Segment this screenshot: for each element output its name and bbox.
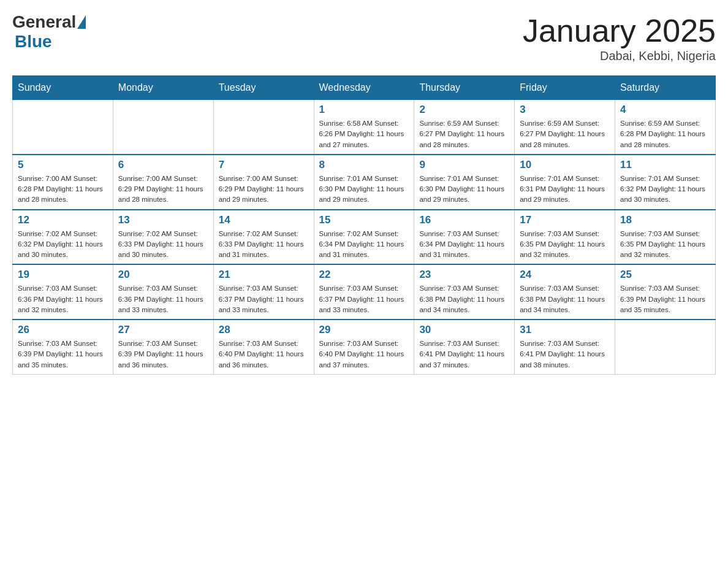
calendar-cell: 12Sunrise: 7:02 AM Sunset: 6:32 PM Dayli… bbox=[13, 210, 113, 265]
day-info: Sunrise: 7:01 AM Sunset: 6:30 PM Dayligh… bbox=[419, 174, 509, 205]
logo-triangle-icon bbox=[77, 15, 86, 29]
day-number: 22 bbox=[319, 269, 409, 281]
calendar-cell: 31Sunrise: 7:03 AM Sunset: 6:41 PM Dayli… bbox=[515, 320, 615, 374]
calendar-cell: 30Sunrise: 7:03 AM Sunset: 6:41 PM Dayli… bbox=[414, 320, 515, 374]
calendar-cell bbox=[113, 100, 213, 155]
calendar-cell: 5Sunrise: 7:00 AM Sunset: 6:28 PM Daylig… bbox=[13, 155, 113, 210]
calendar-cell: 16Sunrise: 7:03 AM Sunset: 6:34 PM Dayli… bbox=[414, 210, 515, 265]
day-number: 31 bbox=[520, 324, 610, 336]
day-number: 13 bbox=[118, 214, 208, 226]
calendar-day-header: Sunday bbox=[13, 76, 113, 100]
day-info: Sunrise: 7:03 AM Sunset: 6:40 PM Dayligh… bbox=[319, 339, 409, 370]
calendar-cell: 19Sunrise: 7:03 AM Sunset: 6:36 PM Dayli… bbox=[13, 264, 113, 320]
day-number: 4 bbox=[620, 104, 710, 116]
day-number: 28 bbox=[219, 324, 309, 336]
day-number: 25 bbox=[620, 269, 710, 281]
month-title: January 2025 bbox=[523, 12, 716, 49]
calendar-cell: 18Sunrise: 7:03 AM Sunset: 6:35 PM Dayli… bbox=[615, 210, 716, 265]
calendar-cell: 11Sunrise: 7:01 AM Sunset: 6:32 PM Dayli… bbox=[615, 155, 716, 210]
logo-blue-text: Blue bbox=[15, 32, 52, 51]
day-number: 21 bbox=[219, 269, 309, 281]
calendar-week-row: 19Sunrise: 7:03 AM Sunset: 6:36 PM Dayli… bbox=[13, 264, 716, 320]
day-info: Sunrise: 6:59 AM Sunset: 6:28 PM Dayligh… bbox=[620, 118, 710, 150]
calendar-header-row: SundayMondayTuesdayWednesdayThursdayFrid… bbox=[13, 76, 716, 100]
calendar-cell bbox=[13, 100, 113, 155]
calendar-day-header: Thursday bbox=[414, 76, 515, 100]
day-number: 5 bbox=[18, 159, 108, 171]
day-number: 16 bbox=[419, 214, 509, 226]
calendar-cell: 26Sunrise: 7:03 AM Sunset: 6:39 PM Dayli… bbox=[13, 320, 113, 374]
day-number: 2 bbox=[419, 104, 509, 116]
day-info: Sunrise: 7:03 AM Sunset: 6:38 PM Dayligh… bbox=[419, 283, 509, 315]
calendar-cell bbox=[213, 100, 314, 155]
day-number: 30 bbox=[419, 324, 509, 336]
calendar-cell bbox=[615, 320, 716, 374]
day-info: Sunrise: 7:03 AM Sunset: 6:40 PM Dayligh… bbox=[219, 339, 309, 370]
day-info: Sunrise: 7:03 AM Sunset: 6:39 PM Dayligh… bbox=[18, 339, 108, 370]
day-number: 18 bbox=[620, 214, 710, 226]
calendar-cell: 14Sunrise: 7:02 AM Sunset: 6:33 PM Dayli… bbox=[213, 210, 314, 265]
day-number: 29 bbox=[319, 324, 409, 336]
day-number: 8 bbox=[319, 159, 409, 171]
calendar-cell: 27Sunrise: 7:03 AM Sunset: 6:39 PM Dayli… bbox=[113, 320, 213, 374]
page-header: General Blue January 2025 Dabai, Kebbi, … bbox=[12, 12, 716, 63]
calendar-cell: 13Sunrise: 7:02 AM Sunset: 6:33 PM Dayli… bbox=[113, 210, 213, 265]
calendar-cell: 21Sunrise: 7:03 AM Sunset: 6:37 PM Dayli… bbox=[213, 264, 314, 320]
day-number: 9 bbox=[419, 159, 509, 171]
day-info: Sunrise: 7:02 AM Sunset: 6:34 PM Dayligh… bbox=[319, 229, 409, 261]
calendar-cell: 24Sunrise: 7:03 AM Sunset: 6:38 PM Dayli… bbox=[515, 264, 615, 320]
calendar-week-row: 1Sunrise: 6:58 AM Sunset: 6:26 PM Daylig… bbox=[13, 100, 716, 155]
location-text: Dabai, Kebbi, Nigeria bbox=[523, 49, 716, 63]
day-number: 23 bbox=[419, 269, 509, 281]
day-number: 10 bbox=[520, 159, 610, 171]
day-number: 12 bbox=[18, 214, 108, 226]
calendar-week-row: 26Sunrise: 7:03 AM Sunset: 6:39 PM Dayli… bbox=[13, 320, 716, 374]
calendar-cell: 10Sunrise: 7:01 AM Sunset: 6:31 PM Dayli… bbox=[515, 155, 615, 210]
calendar-cell: 15Sunrise: 7:02 AM Sunset: 6:34 PM Dayli… bbox=[314, 210, 414, 265]
day-number: 27 bbox=[118, 324, 208, 336]
day-info: Sunrise: 7:01 AM Sunset: 6:31 PM Dayligh… bbox=[520, 174, 610, 205]
calendar-day-header: Tuesday bbox=[213, 76, 314, 100]
day-info: Sunrise: 7:00 AM Sunset: 6:29 PM Dayligh… bbox=[118, 174, 208, 205]
day-info: Sunrise: 7:02 AM Sunset: 6:33 PM Dayligh… bbox=[118, 229, 208, 261]
day-info: Sunrise: 7:00 AM Sunset: 6:28 PM Dayligh… bbox=[18, 174, 108, 205]
day-info: Sunrise: 7:00 AM Sunset: 6:29 PM Dayligh… bbox=[219, 174, 309, 205]
day-info: Sunrise: 7:03 AM Sunset: 6:36 PM Dayligh… bbox=[18, 283, 108, 315]
calendar-cell: 22Sunrise: 7:03 AM Sunset: 6:37 PM Dayli… bbox=[314, 264, 414, 320]
calendar-week-row: 12Sunrise: 7:02 AM Sunset: 6:32 PM Dayli… bbox=[13, 210, 716, 265]
logo-general-text: General bbox=[12, 12, 76, 32]
day-info: Sunrise: 7:03 AM Sunset: 6:35 PM Dayligh… bbox=[620, 229, 710, 261]
day-number: 24 bbox=[520, 269, 610, 281]
calendar-cell: 17Sunrise: 7:03 AM Sunset: 6:35 PM Dayli… bbox=[515, 210, 615, 265]
calendar-cell: 28Sunrise: 7:03 AM Sunset: 6:40 PM Dayli… bbox=[213, 320, 314, 374]
day-info: Sunrise: 7:03 AM Sunset: 6:38 PM Dayligh… bbox=[520, 283, 610, 315]
calendar-cell: 3Sunrise: 6:59 AM Sunset: 6:27 PM Daylig… bbox=[515, 100, 615, 155]
day-info: Sunrise: 6:59 AM Sunset: 6:27 PM Dayligh… bbox=[520, 118, 610, 150]
calendar-day-header: Monday bbox=[113, 76, 213, 100]
day-number: 17 bbox=[520, 214, 610, 226]
logo: General Blue bbox=[12, 12, 87, 52]
calendar-day-header: Friday bbox=[515, 76, 615, 100]
day-number: 3 bbox=[520, 104, 610, 116]
day-number: 14 bbox=[219, 214, 309, 226]
day-info: Sunrise: 7:01 AM Sunset: 6:32 PM Dayligh… bbox=[620, 174, 710, 205]
day-info: Sunrise: 7:03 AM Sunset: 6:34 PM Dayligh… bbox=[419, 229, 509, 261]
day-number: 11 bbox=[620, 159, 710, 171]
calendar-cell: 6Sunrise: 7:00 AM Sunset: 6:29 PM Daylig… bbox=[113, 155, 213, 210]
day-info: Sunrise: 7:03 AM Sunset: 6:41 PM Dayligh… bbox=[520, 339, 610, 370]
day-info: Sunrise: 7:03 AM Sunset: 6:41 PM Dayligh… bbox=[419, 339, 509, 370]
day-number: 19 bbox=[18, 269, 108, 281]
day-info: Sunrise: 6:59 AM Sunset: 6:27 PM Dayligh… bbox=[419, 118, 509, 150]
calendar-cell: 25Sunrise: 7:03 AM Sunset: 6:39 PM Dayli… bbox=[615, 264, 716, 320]
calendar-cell: 29Sunrise: 7:03 AM Sunset: 6:40 PM Dayli… bbox=[314, 320, 414, 374]
calendar-day-header: Saturday bbox=[615, 76, 716, 100]
calendar-cell: 4Sunrise: 6:59 AM Sunset: 6:28 PM Daylig… bbox=[615, 100, 716, 155]
day-info: Sunrise: 7:02 AM Sunset: 6:33 PM Dayligh… bbox=[219, 229, 309, 261]
calendar-week-row: 5Sunrise: 7:00 AM Sunset: 6:28 PM Daylig… bbox=[13, 155, 716, 210]
day-info: Sunrise: 7:03 AM Sunset: 6:39 PM Dayligh… bbox=[620, 283, 710, 315]
day-info: Sunrise: 6:58 AM Sunset: 6:26 PM Dayligh… bbox=[319, 118, 409, 150]
calendar-cell: 23Sunrise: 7:03 AM Sunset: 6:38 PM Dayli… bbox=[414, 264, 515, 320]
day-number: 20 bbox=[118, 269, 208, 281]
calendar-cell: 2Sunrise: 6:59 AM Sunset: 6:27 PM Daylig… bbox=[414, 100, 515, 155]
day-number: 1 bbox=[319, 104, 409, 116]
